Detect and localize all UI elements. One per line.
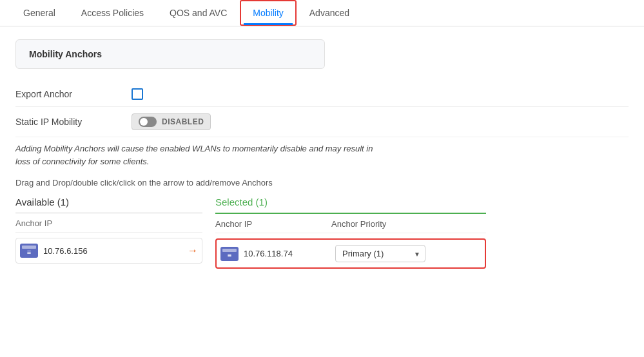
tab-qos-avc[interactable]: QOS and AVC [157,0,240,26]
selected-anchor-priority-wrap: Primary (1) Secondary (2) Tertiary (3) [335,245,464,262]
static-ip-toggle[interactable]: DISABLED [132,113,211,130]
available-header: Available (1) [15,197,202,213]
tab-general[interactable]: General [10,0,68,26]
selected-anchor-ip: 10.76.118.74 [244,249,335,258]
priority-dropdown-wrap: Primary (1) Secondary (2) Tertiary (3) [335,245,425,262]
export-anchor-checkbox[interactable] [132,88,143,100]
mobility-anchors-card: Mobility Anchors [15,39,325,69]
static-ip-row: Static IP Mobility DISABLED [15,107,629,137]
selected-anchor-left: 10.76.118.74 [220,247,335,261]
section-title: Mobility Anchors [29,49,311,59]
tab-bar: General Access Policies QOS and AVC Mobi… [0,0,644,26]
selected-col-priority-header: Anchor Priority [331,219,460,229]
toggle-state-label: DISABLED [162,117,204,126]
toggle-knob [139,117,157,127]
available-anchor-row[interactable]: 10.76.6.156 → [15,238,202,264]
static-ip-label: Static IP Mobility [15,117,132,127]
selected-panel: Selected (1) Anchor IP Anchor Priority 1… [215,197,486,271]
export-anchor-label: Export Anchor [15,89,132,99]
export-anchor-row: Export Anchor [15,82,629,107]
tab-advanced[interactable]: Advanced [297,0,362,26]
selected-anchor-device-icon [220,247,239,261]
content-area: Mobility Anchors Export Anchor Static IP… [0,26,644,284]
drag-hint: Drag and Drop/double click/click on the … [15,178,629,188]
tab-mobility[interactable]: Mobility [240,0,296,26]
selected-header: Selected (1) [215,197,486,214]
priority-select[interactable]: Primary (1) Secondary (2) Tertiary (3) [335,245,425,262]
add-anchor-arrow[interactable]: → [188,245,198,256]
selected-col-ip-header: Anchor IP [215,219,331,229]
selected-anchor-row[interactable]: 10.76.118.74 Primary (1) Secondary (2) T… [215,238,486,269]
tab-access-policies[interactable]: Access Policies [68,0,157,26]
anchor-device-icon [20,244,38,258]
available-subheader: Anchor IP [15,218,202,233]
available-panel: Available (1) Anchor IP 10.76.6.156 → [15,197,202,266]
anchor-columns: Available (1) Anchor IP 10.76.6.156 → Se… [15,197,629,271]
available-anchor-ip: 10.76.6.156 [43,246,88,256]
selected-subheaders: Anchor IP Anchor Priority [215,219,486,233]
info-text: Adding Mobility Anchors will cause the e… [15,142,376,168]
